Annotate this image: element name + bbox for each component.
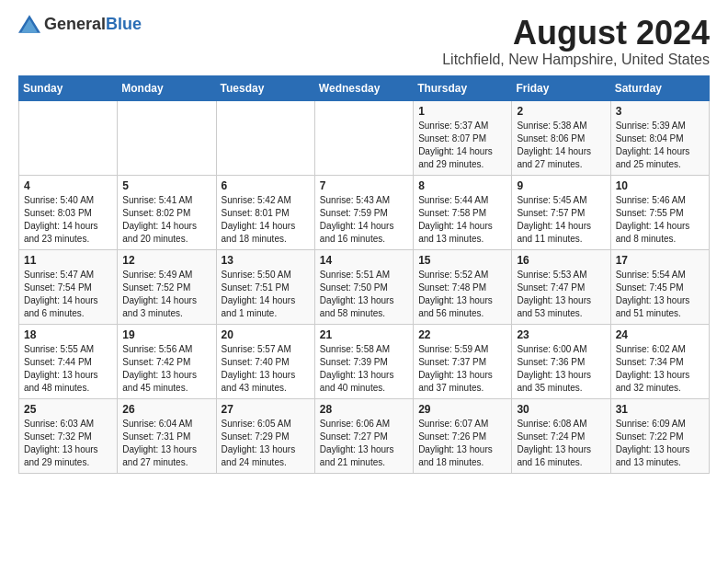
day-number: 27 [222,403,310,416]
calendar-cell: 3Sunrise: 5:39 AM Sunset: 8:04 PM Daylig… [610,100,709,175]
calendar-cell: 17Sunrise: 5:54 AM Sunset: 7:45 PM Dayli… [610,249,709,324]
day-info: Sunrise: 5:46 AM Sunset: 7:55 PM Dayligh… [616,194,704,246]
calendar-cell: 6Sunrise: 5:42 AM Sunset: 8:01 PM Daylig… [216,175,314,249]
header-day-saturday: Saturday [610,75,709,100]
calendar-cell: 21Sunrise: 5:58 AM Sunset: 7:39 PM Dayli… [314,324,413,398]
logo-icon [18,15,40,33]
calendar-cell: 18Sunrise: 5:55 AM Sunset: 7:44 PM Dayli… [19,324,118,398]
header-day-tuesday: Tuesday [216,75,314,100]
day-info: Sunrise: 6:06 AM Sunset: 7:27 PM Dayligh… [320,418,408,469]
calendar-subtitle: Litchfield, New Hampshire, United States [442,52,710,68]
day-number: 26 [122,403,210,416]
logo-text-blue: Blue [106,15,142,33]
day-info: Sunrise: 6:05 AM Sunset: 7:29 PM Dayligh… [222,418,310,469]
calendar-cell: 30Sunrise: 6:08 AM Sunset: 7:24 PM Dayli… [512,398,610,473]
calendar-cell: 24Sunrise: 6:02 AM Sunset: 7:34 PM Dayli… [610,324,709,398]
week-row-2: 4Sunrise: 5:40 AM Sunset: 8:03 PM Daylig… [19,175,710,249]
header-row: SundayMondayTuesdayWednesdayThursdayFrid… [19,75,710,100]
day-info: Sunrise: 6:04 AM Sunset: 7:31 PM Dayligh… [122,418,210,469]
header-day-friday: Friday [512,75,610,100]
calendar-cell: 7Sunrise: 5:43 AM Sunset: 7:59 PM Daylig… [314,175,413,249]
calendar-cell [314,100,413,175]
day-info: Sunrise: 6:09 AM Sunset: 7:22 PM Dayligh… [616,418,704,469]
calendar-cell: 10Sunrise: 5:46 AM Sunset: 7:55 PM Dayli… [610,175,709,249]
day-info: Sunrise: 5:52 AM Sunset: 7:48 PM Dayligh… [418,269,506,320]
calendar-cell: 29Sunrise: 6:07 AM Sunset: 7:26 PM Dayli… [414,398,512,473]
day-info: Sunrise: 5:42 AM Sunset: 8:01 PM Dayligh… [222,194,310,246]
day-info: Sunrise: 6:07 AM Sunset: 7:26 PM Dayligh… [418,418,506,469]
title-area: August 2024 Litchfield, New Hampshire, U… [442,15,710,68]
day-info: Sunrise: 5:51 AM Sunset: 7:50 PM Dayligh… [320,269,408,320]
day-number: 13 [222,254,310,267]
calendar-cell: 12Sunrise: 5:49 AM Sunset: 7:52 PM Dayli… [118,249,216,324]
day-number: 16 [517,254,605,267]
calendar-cell: 25Sunrise: 6:03 AM Sunset: 7:32 PM Dayli… [19,398,118,473]
day-number: 7 [320,179,408,192]
day-info: Sunrise: 6:02 AM Sunset: 7:34 PM Dayligh… [616,343,704,395]
day-number: 6 [222,179,310,192]
day-info: Sunrise: 5:39 AM Sunset: 8:04 PM Dayligh… [616,120,704,171]
day-number: 15 [418,254,506,267]
day-info: Sunrise: 5:40 AM Sunset: 8:03 PM Dayligh… [24,194,112,246]
calendar-cell: 23Sunrise: 6:00 AM Sunset: 7:36 PM Dayli… [512,324,610,398]
calendar-cell: 31Sunrise: 6:09 AM Sunset: 7:22 PM Dayli… [610,398,709,473]
day-number: 20 [222,328,310,341]
calendar-cell: 22Sunrise: 5:59 AM Sunset: 7:37 PM Dayli… [414,324,512,398]
calendar-cell: 2Sunrise: 5:38 AM Sunset: 8:06 PM Daylig… [512,100,610,175]
calendar-cell: 4Sunrise: 5:40 AM Sunset: 8:03 PM Daylig… [19,175,118,249]
day-info: Sunrise: 5:49 AM Sunset: 7:52 PM Dayligh… [122,269,210,320]
calendar-header: SundayMondayTuesdayWednesdayThursdayFrid… [19,75,710,100]
calendar-cell: 19Sunrise: 5:56 AM Sunset: 7:42 PM Dayli… [118,324,216,398]
day-info: Sunrise: 5:56 AM Sunset: 7:42 PM Dayligh… [122,343,210,395]
day-number: 21 [320,328,408,341]
calendar-cell: 14Sunrise: 5:51 AM Sunset: 7:50 PM Dayli… [314,249,413,324]
header-day-sunday: Sunday [19,75,118,100]
day-number: 3 [616,105,704,118]
week-row-3: 11Sunrise: 5:47 AM Sunset: 7:54 PM Dayli… [19,249,710,324]
day-number: 30 [517,403,605,416]
calendar-cell: 28Sunrise: 6:06 AM Sunset: 7:27 PM Dayli… [314,398,413,473]
calendar-cell: 5Sunrise: 5:41 AM Sunset: 8:02 PM Daylig… [118,175,216,249]
day-number: 2 [517,105,605,118]
calendar-body: 1Sunrise: 5:37 AM Sunset: 8:07 PM Daylig… [19,100,710,473]
day-info: Sunrise: 5:44 AM Sunset: 7:58 PM Dayligh… [418,194,506,246]
day-info: Sunrise: 5:45 AM Sunset: 7:57 PM Dayligh… [517,194,605,246]
day-number: 18 [24,328,112,341]
day-number: 25 [24,403,112,416]
calendar-cell: 16Sunrise: 5:53 AM Sunset: 7:47 PM Dayli… [512,249,610,324]
day-info: Sunrise: 5:47 AM Sunset: 7:54 PM Dayligh… [24,269,112,320]
header-day-thursday: Thursday [414,75,512,100]
day-info: Sunrise: 5:53 AM Sunset: 7:47 PM Dayligh… [517,269,605,320]
day-number: 29 [418,403,506,416]
day-number: 14 [320,254,408,267]
page-header: GeneralBlue August 2024 Litchfield, New … [18,15,710,68]
calendar-cell [19,100,118,175]
calendar-title: August 2024 [442,15,710,52]
day-info: Sunrise: 6:00 AM Sunset: 7:36 PM Dayligh… [517,343,605,395]
day-info: Sunrise: 6:03 AM Sunset: 7:32 PM Dayligh… [24,418,112,469]
header-day-wednesday: Wednesday [314,75,413,100]
day-info: Sunrise: 5:43 AM Sunset: 7:59 PM Dayligh… [320,194,408,246]
logo: GeneralBlue [18,15,142,33]
calendar-cell: 27Sunrise: 6:05 AM Sunset: 7:29 PM Dayli… [216,398,314,473]
day-info: Sunrise: 5:41 AM Sunset: 8:02 PM Dayligh… [122,194,210,246]
day-number: 1 [418,105,506,118]
day-number: 23 [517,328,605,341]
day-number: 24 [616,328,704,341]
day-info: Sunrise: 5:59 AM Sunset: 7:37 PM Dayligh… [418,343,506,395]
day-number: 19 [122,328,210,341]
day-number: 31 [616,403,704,416]
day-number: 22 [418,328,506,341]
day-number: 11 [24,254,112,267]
day-number: 10 [616,179,704,192]
day-info: Sunrise: 5:54 AM Sunset: 7:45 PM Dayligh… [616,269,704,320]
calendar-cell: 20Sunrise: 5:57 AM Sunset: 7:40 PM Dayli… [216,324,314,398]
day-number: 9 [517,179,605,192]
calendar-cell: 13Sunrise: 5:50 AM Sunset: 7:51 PM Dayli… [216,249,314,324]
week-row-1: 1Sunrise: 5:37 AM Sunset: 8:07 PM Daylig… [19,100,710,175]
calendar-cell: 26Sunrise: 6:04 AM Sunset: 7:31 PM Dayli… [118,398,216,473]
day-info: Sunrise: 5:50 AM Sunset: 7:51 PM Dayligh… [222,269,310,320]
calendar-table: SundayMondayTuesdayWednesdayThursdayFrid… [18,75,710,474]
day-number: 8 [418,179,506,192]
day-number: 28 [320,403,408,416]
